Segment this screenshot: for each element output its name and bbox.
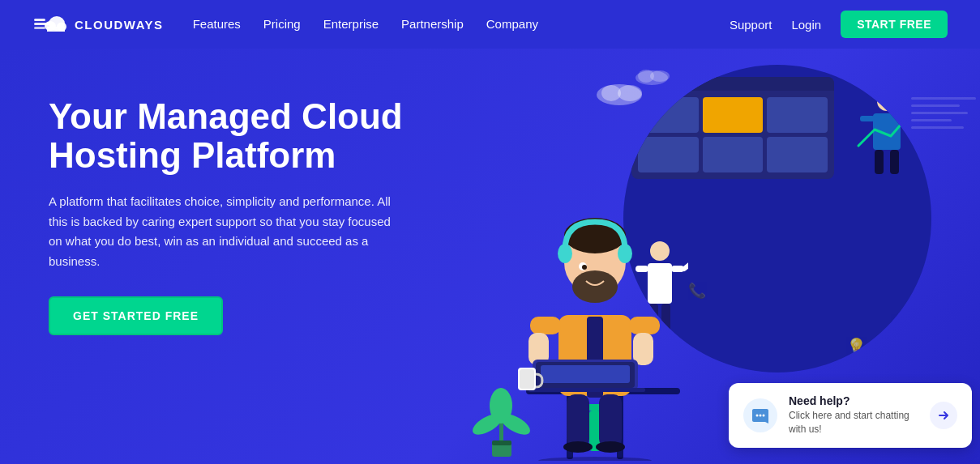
help-arrow-button[interactable] [930,402,957,429]
svg-point-47 [618,244,632,263]
navbar: CLOUDWAYS Features Pricing Enterprise Pa… [0,0,980,49]
nav-item-company[interactable]: Company [486,17,538,32]
help-subtitle: Click here and start chatting with us! [789,409,918,436]
nav-item-partnership[interactable]: Partnership [401,17,464,32]
svg-rect-52 [541,365,630,383]
nav-right: Support Login START FREE [730,11,948,38]
hero-illustration-area: ⊕ 📞 💡 [453,49,980,464]
svg-rect-2 [34,27,45,29]
logo[interactable]: CLOUDWAYS [32,12,164,36]
nav-link-pricing[interactable]: Pricing [263,17,301,31]
svg-rect-55 [520,369,534,389]
svg-point-42 [596,441,625,453]
svg-point-30 [538,457,652,461]
svg-rect-24 [875,150,884,174]
chat-icon [743,398,777,432]
svg-rect-38 [633,333,653,365]
svg-rect-0 [34,19,45,21]
svg-point-44 [572,270,618,303]
nav-left: CLOUDWAYS Features Pricing Enterprise Pa… [32,12,538,36]
phone-icon: 📞 [688,282,706,300]
support-link[interactable]: Support [730,18,772,32]
svg-point-41 [563,441,593,453]
nav-links: Features Pricing Enterprise Partnership … [193,17,538,32]
svg-rect-53 [529,388,645,392]
logo-icon [32,12,68,36]
nav-item-enterprise[interactable]: Enterprise [323,17,379,32]
help-text: Need help? Click here and start chatting… [789,394,918,436]
worker-figure [502,177,688,464]
svg-point-20 [877,92,897,111]
get-started-button[interactable]: GET STARTED FREE [49,296,223,335]
nav-link-features[interactable]: Features [193,17,241,31]
dashboard-window [631,77,834,179]
svg-point-64 [763,415,765,417]
svg-rect-39 [567,394,589,447]
nav-link-company[interactable]: Company [486,17,538,31]
svg-rect-25 [890,150,899,174]
person-right-figure [850,89,923,186]
svg-point-63 [760,415,762,417]
svg-point-12 [650,70,670,82]
svg-rect-6 [47,27,65,32]
svg-point-62 [756,415,759,417]
login-link[interactable]: Login [791,18,821,32]
hero-section: Your Managed Cloud Hosting Platform A pl… [0,49,980,464]
start-free-button[interactable]: START FREE [841,11,948,38]
svg-rect-35 [530,317,561,334]
cloud-decoration-2 [631,65,672,88]
hero-title: Your Managed Cloud Hosting Platform [49,97,438,176]
nav-link-partnership[interactable]: Partnership [401,17,464,31]
svg-point-49 [582,265,587,270]
svg-rect-22 [860,116,875,121]
lightbulb-icon: 💡 [846,337,867,356]
svg-rect-37 [629,317,660,334]
nav-link-enterprise[interactable]: Enterprise [323,17,379,31]
nav-item-pricing[interactable]: Pricing [263,17,301,32]
lifesaver-icon: ⊕ [891,314,915,348]
logo-text: CLOUDWAYS [75,18,164,32]
help-title: Need help? [789,394,918,407]
hero-left: Your Managed Cloud Hosting Platform A pl… [49,81,438,335]
svg-rect-40 [599,394,622,447]
help-bubble[interactable]: Need help? Click here and start chatting… [729,383,972,448]
hero-description: A platform that facilitates choice, simp… [49,192,397,272]
svg-point-46 [558,244,572,263]
nav-item-features[interactable]: Features [193,17,241,32]
